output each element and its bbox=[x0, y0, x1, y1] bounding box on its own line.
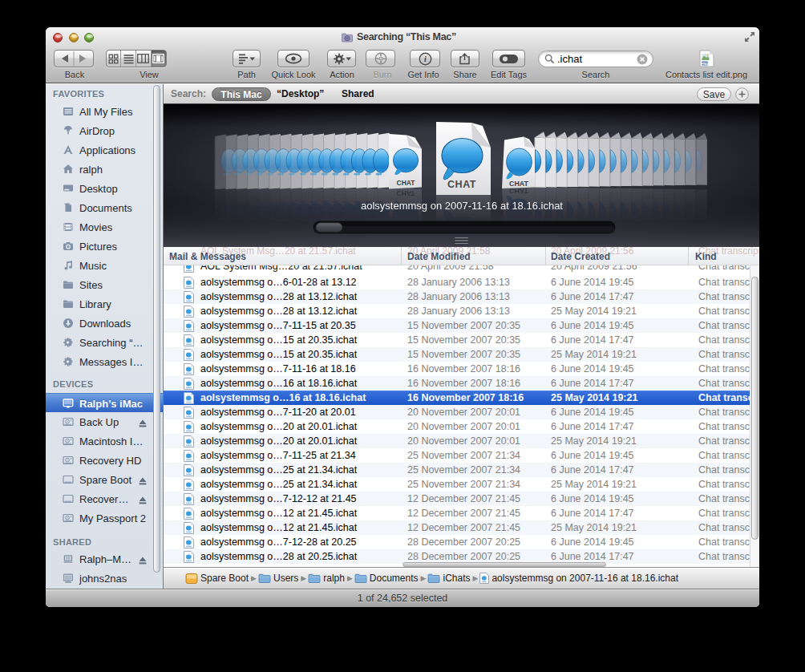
svg-text:CHAT: CHAT bbox=[397, 179, 416, 187]
svg-text:CHAT: CHAT bbox=[447, 179, 476, 190]
svg-text:i: i bbox=[424, 55, 427, 63]
svg-text:PNG: PNG bbox=[701, 62, 708, 66]
svg-text:aolsystemmsg on 2007-11-16 at: aolsystemmsg on 2007-11-16 at 18.16.icha… bbox=[361, 200, 563, 212]
